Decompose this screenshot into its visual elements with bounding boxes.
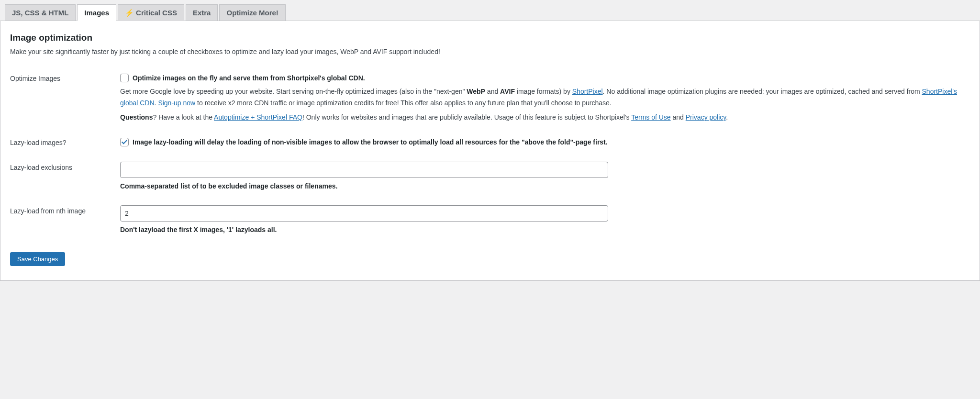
lazyload-exclusions-label: Lazy-load exclusions [10, 155, 120, 199]
tab-panel-images: Image optimization Make your site signif… [0, 21, 980, 281]
shortpixel-link[interactable]: ShortPixel [572, 88, 603, 95]
terms-of-use-link[interactable]: Terms of Use [631, 113, 670, 121]
signup-now-link[interactable]: Sign-up now [158, 99, 195, 107]
faq-link[interactable]: Autoptimize + ShortPixel FAQ [214, 113, 302, 121]
lazyload-images-label: Lazy-load images? [10, 130, 120, 155]
tab-label: Extra [193, 9, 211, 17]
optimize-images-label: Optimize Images [10, 66, 120, 130]
save-changes-button[interactable]: Save Changes [10, 252, 65, 266]
section-title: Image optimization [10, 33, 970, 43]
lazyload-exclusions-help: Comma-separated list of to be excluded i… [120, 181, 970, 191]
tab-label: JS, CSS & HTML [12, 9, 68, 17]
optimize-images-description: Get more Google love by speeding up your… [120, 86, 970, 109]
lazyload-nth-help: Don't lazyload the first X images, '1' l… [120, 224, 970, 235]
tab-bar: JS, CSS & HTMLImages⚡Critical CSSExtraOp… [0, 0, 980, 21]
tab-critical-css[interactable]: ⚡Critical CSS [118, 4, 184, 21]
lazyload-exclusions-input[interactable] [120, 162, 608, 178]
optimize-images-checkbox[interactable] [120, 74, 129, 82]
lazyload-images-checkbox[interactable] [120, 138, 129, 146]
optimize-images-questions: Questions? Have a look at the Autoptimiz… [120, 112, 970, 123]
lazyload-nth-label: Lazy-load from nth image [10, 199, 120, 242]
lazyload-nth-input[interactable] [120, 205, 608, 222]
bolt-icon: ⚡ [125, 9, 134, 17]
tab-label: Optimize More! [226, 9, 278, 17]
privacy-policy-link[interactable]: Privacy policy [686, 113, 726, 121]
section-description: Make your site significantly faster by j… [10, 48, 970, 55]
optimize-images-checkbox-label[interactable]: Optimize images on the fly and serve the… [133, 73, 365, 83]
tab-label: Images [84, 9, 109, 17]
tab-label: Critical CSS [136, 9, 177, 17]
tab-js-css-html[interactable]: JS, CSS & HTML [5, 4, 76, 21]
tab-extra[interactable]: Extra [186, 4, 218, 21]
tab-images[interactable]: Images [77, 4, 116, 21]
tab-optimize-more[interactable]: Optimize More! [219, 4, 285, 21]
lazyload-images-checkbox-label[interactable]: Image lazy-loading will delay the loadin… [133, 137, 608, 147]
